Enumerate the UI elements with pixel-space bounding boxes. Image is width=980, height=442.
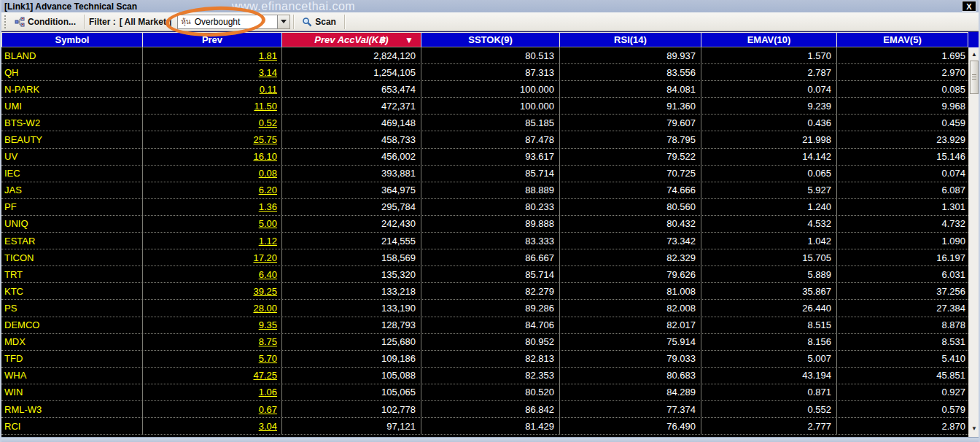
table-row[interactable]: IEC0.08393,88185.71470.7250.0650.074 xyxy=(1,166,968,182)
table-row[interactable]: TRT6.40135,32085.71479.6265.8896.031 xyxy=(1,266,968,283)
table-row[interactable]: RCI3.0497,12181.42976.4902.7772.870 xyxy=(1,418,968,435)
prev-price-link[interactable]: 8.75 xyxy=(143,334,282,350)
value-cell: 27.384 xyxy=(837,300,968,316)
table-row[interactable]: KTC39.25133,21882.27981.00835.86737.256 xyxy=(1,283,968,300)
column-header-label: Symbol xyxy=(55,34,90,45)
scan-type-dropdown[interactable]: หุ้น Overbought xyxy=(177,15,278,29)
prev-price-link[interactable]: 6.20 xyxy=(143,182,282,198)
table-row[interactable]: RML-W30.67102,77886.84277.3740.5520.579 xyxy=(1,401,968,418)
table-row[interactable]: DEMCO9.35128,79384.70682.0178.5158.878 xyxy=(1,317,968,334)
table-row[interactable]: ESTAR1.12214,55583.33373.3421.0421.090 xyxy=(1,233,968,249)
close-button[interactable]: X xyxy=(962,1,976,12)
prev-price-link[interactable]: 16.10 xyxy=(143,149,282,165)
prev-price-link[interactable]: 28.00 xyxy=(143,300,282,316)
table-row[interactable]: TICON17.20158,56986.66782.32915.70516.19… xyxy=(1,249,968,266)
prev-price-link[interactable]: 1.81 xyxy=(143,47,282,63)
column-header-emav-10[interactable]: EMAV(10) xyxy=(701,32,837,47)
vertical-scrollbar[interactable]: ▲ ▼ xyxy=(968,47,979,437)
prev-price-link[interactable]: 9.35 xyxy=(143,317,282,333)
table-row[interactable]: N-PARK0.11653,474100.00084.0810.0740.085 xyxy=(1,81,968,98)
title-bar: [Link1] Advance Technical Scan www.efina… xyxy=(1,0,979,12)
table-row[interactable]: BEAUTY25.75458,73387.47878.79521.99823.9… xyxy=(1,131,968,148)
condition-button-label: Condition... xyxy=(28,17,76,27)
scan-type-value: Overbought xyxy=(195,17,241,27)
value-cell: 81.429 xyxy=(421,418,560,434)
prev-price-link[interactable]: 47.25 xyxy=(143,368,282,384)
scrollbar-thumb[interactable] xyxy=(970,61,979,94)
value-cell: 83.556 xyxy=(560,64,701,80)
value-cell: 0.436 xyxy=(701,115,837,131)
value-cell: 0.085 xyxy=(837,81,968,97)
symbol-cell: ESTAR xyxy=(1,233,143,249)
prev-price-link[interactable]: 3.14 xyxy=(143,64,282,80)
table-row[interactable]: QH3.141,254,10587.31383.5562.7872.970 xyxy=(1,64,968,81)
prev-price-link[interactable]: 6.40 xyxy=(143,266,282,282)
column-header-sstok-9[interactable]: SSTOK(9) xyxy=(421,32,560,47)
window-bottom-frame xyxy=(1,437,979,442)
table-row[interactable]: JAS6.20364,97588.88974.6665.9276.087 xyxy=(1,182,968,199)
value-cell: 0.552 xyxy=(701,401,837,417)
scroll-down-icon[interactable]: ▼ xyxy=(969,423,979,434)
value-cell: 80.520 xyxy=(421,384,560,400)
column-header-label: Prev AccVal(K฿) xyxy=(314,34,388,45)
prev-price-link[interactable]: 0.11 xyxy=(143,81,282,97)
column-header-prev[interactable]: Prev xyxy=(143,32,282,47)
table-row[interactable]: BTS-W20.52469,14885.18579.6070.4360.459 xyxy=(1,115,968,131)
value-cell: 472,371 xyxy=(282,98,421,114)
prev-price-link[interactable]: 1.36 xyxy=(143,199,282,215)
chevron-down-icon xyxy=(281,20,287,23)
prev-price-link[interactable]: 5.00 xyxy=(143,216,282,232)
value-cell: 80.952 xyxy=(421,334,560,350)
prev-price-link[interactable]: 3.04 xyxy=(143,418,282,434)
prev-price-link[interactable]: 17.20 xyxy=(143,249,282,265)
prev-price-link[interactable]: 0.67 xyxy=(143,401,282,417)
value-cell: 37.256 xyxy=(837,283,968,299)
symbol-cell: JAS xyxy=(1,182,143,198)
value-cell: 74.666 xyxy=(560,182,701,198)
prev-price-link[interactable]: 5.70 xyxy=(143,351,282,367)
table-row[interactable]: MDX8.75125,68080.95275.9148.1568.531 xyxy=(1,334,968,351)
table-row[interactable]: WHA47.25105,08882.35380.68343.19445.851 xyxy=(1,368,968,384)
table-row[interactable]: PF1.36295,78480.23380.5601.2401.301 xyxy=(1,199,968,216)
value-cell: 82.279 xyxy=(421,283,560,299)
scroll-up-icon[interactable]: ▲ xyxy=(969,49,979,60)
prev-price-link[interactable]: 0.08 xyxy=(143,166,282,182)
scan-type-dropdown-arrow[interactable] xyxy=(278,15,290,29)
table-row[interactable]: TFD5.70109,18682.81379.0335.0075.410 xyxy=(1,351,968,368)
table-row[interactable]: WIN1.06105,06580.52084.2890.8710.927 xyxy=(1,384,968,401)
value-cell: 1.570 xyxy=(701,47,837,63)
value-cell: 87.313 xyxy=(421,64,560,80)
value-cell: 0.074 xyxy=(701,81,837,97)
value-cell: 91.360 xyxy=(560,98,701,114)
prev-price-link[interactable]: 1.12 xyxy=(143,233,282,249)
value-cell: 0.871 xyxy=(701,384,837,400)
table-row[interactable]: UV16.10456,00293.61779.52214.14215.146 xyxy=(1,149,968,166)
condition-button[interactable]: Condition... xyxy=(9,15,81,29)
table-row[interactable]: UNIQ5.00242,43089.88880.4324.5324.732 xyxy=(1,216,968,233)
table-row[interactable]: BLAND1.812,824,12080.51389.9371.5701.695 xyxy=(1,47,968,64)
column-header-emav-5[interactable]: EMAV(5) xyxy=(837,32,968,47)
column-header-symbol[interactable]: Symbol xyxy=(1,32,143,47)
column-header-rsi-14[interactable]: RSI(14) xyxy=(560,32,701,47)
column-header-prev-accval-k[interactable]: Prev AccVal(K฿)▼ xyxy=(282,32,421,47)
value-cell: 89.888 xyxy=(421,216,560,232)
table-row[interactable]: UMI11.50472,371100.00091.3609.2399.968 xyxy=(1,98,968,115)
value-cell: 84.706 xyxy=(421,317,560,333)
prev-price-link[interactable]: 39.25 xyxy=(143,283,282,299)
advance-technical-scan-window: [Link1] Advance Technical Scan www.efina… xyxy=(0,0,980,442)
value-cell: 109,186 xyxy=(282,351,421,367)
prev-price-link[interactable]: 0.52 xyxy=(143,115,282,131)
value-cell: 105,088 xyxy=(282,368,421,384)
prev-price-link[interactable]: 11.50 xyxy=(143,98,282,114)
column-header-label: SSTOK(9) xyxy=(468,34,512,45)
prev-price-link[interactable]: 1.06 xyxy=(143,384,282,400)
toolbar-gripper[interactable] xyxy=(4,15,7,28)
column-header-label: Prev xyxy=(202,34,222,45)
value-cell: 2.870 xyxy=(837,418,968,434)
value-cell: 21.998 xyxy=(701,131,837,147)
scan-button[interactable]: Scan xyxy=(297,15,341,29)
value-cell: 76.490 xyxy=(560,418,701,434)
prev-price-link[interactable]: 25.75 xyxy=(143,131,282,147)
value-cell: 128,793 xyxy=(282,317,421,333)
table-row[interactable]: PS28.00133,19089.28682.00826.44027.384 xyxy=(1,300,968,317)
